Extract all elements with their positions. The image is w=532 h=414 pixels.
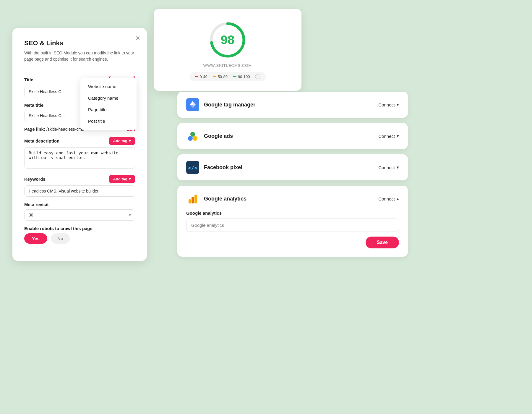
meta-revisit-label-row: Meta revisit [24, 202, 135, 207]
analytics-name: Google analytics [204, 196, 246, 202]
meta-revisit-select[interactable]: 30 7 14 [24, 209, 135, 221]
robots-label: Enable robots to crawl this page [24, 226, 93, 231]
legend-label-green: 90-100 [238, 75, 250, 79]
google-analytics-card: Google analytics Connect ▴ Google analyt… [177, 186, 408, 257]
analytics-save-button[interactable]: Save [366, 237, 399, 248]
score-card: 98 WWW.SKITLECMS.COM 0-49 50-89 90-100 i [154, 9, 301, 91]
facebook-pixel-name: Facebook pixel [204, 164, 242, 171]
robots-no-button[interactable]: No [51, 233, 70, 244]
legend-item-red: 0-49 [195, 75, 207, 79]
meta-revisit-select-wrapper: 30 7 14 ▾ [24, 209, 135, 221]
meta-description-input[interactable]: Build easy and fast your own website wit… [24, 147, 135, 169]
seo-panel: ✕ SEO & Links With the built in SEO Modu… [12, 28, 147, 261]
svg-text:</>: </> [188, 165, 198, 171]
analytics-connect-button[interactable]: Connect ▴ [378, 196, 399, 201]
page-link-value: /skitle-headless-cms [46, 127, 84, 132]
dropdown-item-post-title[interactable]: Post title [80, 115, 137, 127]
robots-field-group: Enable robots to crawl this page Yes No [24, 226, 135, 244]
legend-label-red: 0-49 [200, 75, 207, 79]
score-url: WWW.SKITLECMS.COM [203, 63, 252, 68]
meta-description-field-group: Meta description Add tag ▾ Build easy an… [24, 137, 135, 170]
meta-description-label: Meta description [24, 138, 59, 143]
dropdown-item-category-name[interactable]: Category name [80, 92, 137, 104]
chevron-down-icon: ▾ [129, 139, 131, 143]
legend-item-green: 90-100 [233, 75, 250, 79]
robots-yes-button[interactable]: Yes [24, 233, 47, 244]
keywords-input[interactable] [24, 185, 135, 197]
score-circle: 98 [208, 21, 247, 59]
legend-label-orange: 50-89 [218, 75, 228, 79]
svg-rect-13 [192, 197, 194, 203]
keywords-field-group: Keywords Add tag ▾ [24, 175, 135, 197]
google-tag-manager-card: Google tag manager Connect ▾ [177, 92, 408, 118]
seo-divider [24, 69, 135, 69]
chevron-down-icon: ▾ [129, 177, 131, 181]
svg-rect-12 [189, 199, 191, 203]
google-ads-card: Google ads Connect ▾ [177, 123, 408, 149]
legend-dot-red [195, 76, 198, 77]
analytics-card-top: Google analytics Connect ▴ [186, 192, 399, 205]
robots-label-row: Enable robots to crawl this page [24, 226, 135, 231]
add-tag-dropdown: Website name Category name Page title Po… [80, 78, 137, 130]
analytics-input[interactable] [186, 219, 399, 232]
facebook-pixel-connect-button[interactable]: Connect ▾ [378, 165, 399, 170]
analytics-expanded: Google analytics Save [186, 211, 399, 248]
gtm-card-left: Google tag manager [186, 98, 255, 111]
svg-point-8 [193, 136, 197, 141]
analytics-save-row: Save [186, 237, 399, 248]
robots-toggle-row: Yes No [24, 233, 135, 244]
seo-panel-desc: With the built in SEO Module you can mod… [24, 50, 135, 62]
google-ads-connect-button[interactable]: Connect ▾ [378, 133, 399, 139]
dropdown-item-page-title[interactable]: Page title [80, 104, 137, 115]
facebook-pixel-logo: </> [186, 161, 199, 174]
analytics-card-left: Google analytics [186, 192, 246, 205]
legend-dot-green [233, 76, 236, 77]
score-number: 98 [221, 33, 235, 47]
keywords-add-tag-button[interactable]: Add tag ▾ [109, 175, 135, 183]
facebook-pixel-card-left: </> Facebook pixel [186, 161, 242, 174]
google-tag-manager-logo [186, 98, 199, 111]
meta-revisit-label: Meta revisit [24, 202, 49, 207]
svg-rect-14 [194, 195, 197, 203]
integrations-area: Google tag manager Connect ▾ Google ads … [177, 92, 408, 262]
gtm-connect-button[interactable]: Connect ▾ [378, 102, 399, 107]
keywords-label-row: Keywords Add tag ▾ [24, 175, 135, 183]
google-analytics-logo [186, 192, 199, 205]
meta-description-label-row: Meta description Add tag ▾ [24, 137, 135, 145]
meta-description-add-tag-button[interactable]: Add tag ▾ [109, 137, 135, 145]
gtm-name: Google tag manager [204, 102, 255, 108]
title-label: Title [24, 77, 33, 82]
google-ads-name: Google ads [204, 133, 233, 139]
seo-panel-title: SEO & Links [24, 39, 135, 47]
page-link-label: Page link: /skitle-headless-cms [24, 127, 84, 132]
chevron-down-icon: ▾ [397, 102, 399, 107]
svg-point-7 [188, 136, 193, 141]
analytics-field-label: Google analytics [186, 211, 399, 216]
dropdown-item-website-name[interactable]: Website name [80, 81, 137, 92]
legend-item-orange: 50-89 [213, 75, 228, 79]
chevron-up-icon: ▴ [397, 196, 399, 201]
chevron-down-icon: ▾ [397, 133, 399, 139]
keywords-label: Keywords [24, 177, 46, 182]
google-ads-card-left: Google ads [186, 130, 233, 143]
score-legend: 0-49 50-89 90-100 i [189, 72, 266, 81]
meta-title-label: Meta title [24, 103, 43, 108]
svg-point-9 [190, 132, 195, 137]
google-ads-logo [186, 130, 199, 143]
chevron-down-icon: ▾ [397, 165, 399, 170]
close-button[interactable]: ✕ [135, 35, 140, 42]
facebook-pixel-card: </> Facebook pixel Connect ▾ [177, 154, 408, 180]
legend-info-icon[interactable]: i [255, 74, 260, 79]
meta-revisit-field-group: Meta revisit 30 7 14 ▾ [24, 202, 135, 221]
close-icon: ✕ [135, 35, 140, 41]
legend-dot-orange [213, 76, 216, 77]
